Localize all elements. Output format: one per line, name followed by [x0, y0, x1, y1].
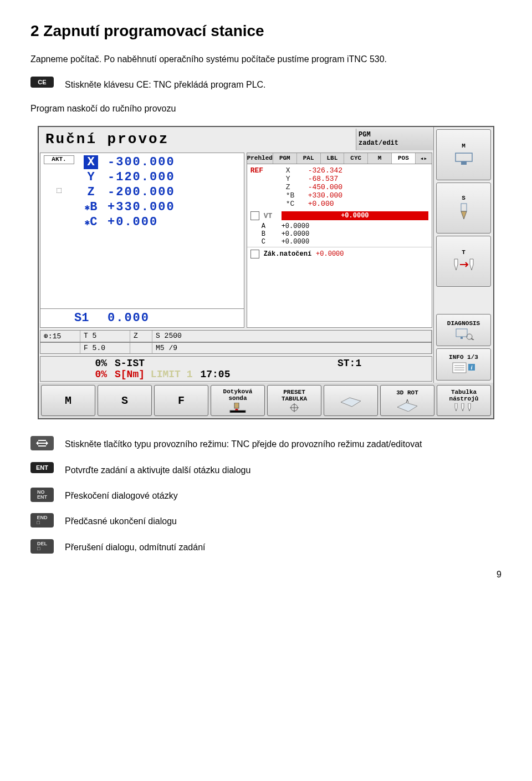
- tab-pal[interactable]: PAL: [297, 153, 321, 164]
- page-heading: 2 Zapnutí programovací stanice: [30, 22, 502, 40]
- tab-pos[interactable]: POS: [392, 153, 416, 164]
- softkey-empty[interactable]: [324, 385, 378, 416]
- rot-icon: ✱: [85, 203, 90, 213]
- spindle-display: S1 0.000: [40, 308, 244, 327]
- side-softkey-diagnosis[interactable]: DIAGNOSIS: [436, 314, 491, 346]
- side-softkey-t[interactable]: T: [436, 236, 491, 287]
- ent-key-icon: ENT: [30, 462, 54, 473]
- noent-text: Přeskočení dialogové otázky: [65, 490, 178, 502]
- position-display: AKT. X -300.000 Y -120.000 ⬚ Z -200.000 …: [40, 153, 244, 233]
- mode-key-text: Stiskněte tlačítko typu provozního režim…: [65, 438, 422, 450]
- tab-pgm[interactable]: PGM: [273, 153, 297, 164]
- tool-s-icon: [456, 202, 472, 221]
- ent-text: Potvrďte zadání a aktivujte další otázku…: [65, 464, 250, 476]
- zak-line: Zák.natočení +0.0000: [247, 247, 432, 261]
- axis-x: X: [74, 155, 108, 169]
- svg-rect-0: [456, 153, 472, 161]
- softkey-f[interactable]: F: [154, 385, 208, 416]
- softkey-m[interactable]: M: [41, 385, 95, 416]
- tnc-screenshot: Ruční provoz PGM zadat/edit AKT. X -300.…: [38, 126, 494, 419]
- preset-icon: [289, 403, 300, 412]
- workpiece-icon: ⬚: [44, 185, 74, 199]
- akt-label: AKT.: [44, 155, 74, 164]
- svg-rect-15: [230, 410, 245, 413]
- svg-rect-1: [461, 161, 467, 165]
- intro-text: Zapneme počítač. Po naběhnutí operačního…: [30, 53, 502, 65]
- axis-z: Z: [74, 185, 108, 199]
- svg-rect-2: [461, 204, 467, 211]
- bottom-softkeys: M S F Dotyková sonda PRESET TABULKA 3D R…: [39, 383, 493, 418]
- vt-icon: [250, 211, 259, 220]
- axis-c: ✱C: [74, 215, 108, 229]
- side-softkey-s[interactable]: S: [436, 182, 491, 234]
- page-number: 9: [30, 570, 502, 580]
- plane-icon: [339, 392, 363, 409]
- svg-rect-4: [461, 337, 463, 339]
- info-icon: i: [452, 362, 476, 375]
- ce-text: Stiskněte klávesu CE: TNC překládá progr…: [65, 79, 266, 91]
- diagnosis-icon: [453, 328, 475, 340]
- softkey-tooltable[interactable]: Tabulka nástrojů: [437, 385, 491, 416]
- probe-icon: [229, 403, 247, 413]
- rot-icon: ✱: [85, 218, 90, 228]
- mode-title: Ruční provoz: [39, 131, 356, 148]
- noent-key-icon: NO ENT: [30, 488, 54, 502]
- axis-b: ✱B: [74, 200, 108, 214]
- softkey-s[interactable]: S: [98, 385, 152, 416]
- 3drot-icon: [395, 397, 420, 412]
- del-key-icon: DEL □: [30, 539, 54, 554]
- tool-t-icon: [450, 257, 478, 273]
- softkey-preset[interactable]: PRESET TABULKA: [267, 385, 321, 416]
- tab-prehled[interactable]: Prehled: [247, 153, 273, 164]
- svg-rect-3: [456, 329, 467, 337]
- vt-line: VT +0.0000: [247, 210, 432, 221]
- status-strip: ⊕:15 T 5 Z S 2500: [40, 330, 432, 342]
- del-text: Přerušení dialogu, odmítnutí zadání: [65, 541, 206, 554]
- info-tabs[interactable]: Prehled PGM PAL LBL CYC M POS ◂▸: [247, 153, 432, 164]
- bottom-status: 0% S-IST ST:1 0% S[Nm] LIMIT 1 17:05: [40, 356, 432, 382]
- softkey-3drot[interactable]: 3D ROT: [380, 385, 434, 416]
- svg-rect-13: [234, 403, 239, 408]
- tab-cyc[interactable]: CYC: [344, 153, 368, 164]
- tab-arrows[interactable]: ◂▸: [416, 153, 432, 164]
- svg-line-6: [471, 338, 474, 340]
- ref-label: REF: [250, 166, 284, 175]
- rotation-icon: [250, 250, 259, 258]
- paragraph-manual-mode: Program naskočí do ručního provozu: [30, 103, 502, 115]
- alt-mode-label[interactable]: PGM zadat/edit: [356, 129, 433, 150]
- end-text: Předčasné ukončení dialogu: [65, 515, 177, 528]
- status-strip-2: F 5.0 M5 /9: [40, 342, 432, 354]
- softkey-probe[interactable]: Dotyková sonda: [211, 385, 265, 416]
- mode-key-icon: [30, 436, 54, 450]
- spindle-icon: [453, 150, 475, 167]
- abc-icon: [250, 230, 258, 238]
- end-key-icon: END □: [30, 513, 54, 528]
- tab-m[interactable]: M: [368, 153, 392, 164]
- side-softkey-m[interactable]: M: [436, 129, 491, 180]
- axis-y: Y: [74, 170, 108, 184]
- side-softkey-info[interactable]: INFO 1/3 i: [436, 348, 491, 381]
- tooltable-icon: [452, 403, 476, 412]
- tab-lbl[interactable]: LBL: [321, 153, 345, 164]
- ce-key-icon: CE: [30, 77, 54, 88]
